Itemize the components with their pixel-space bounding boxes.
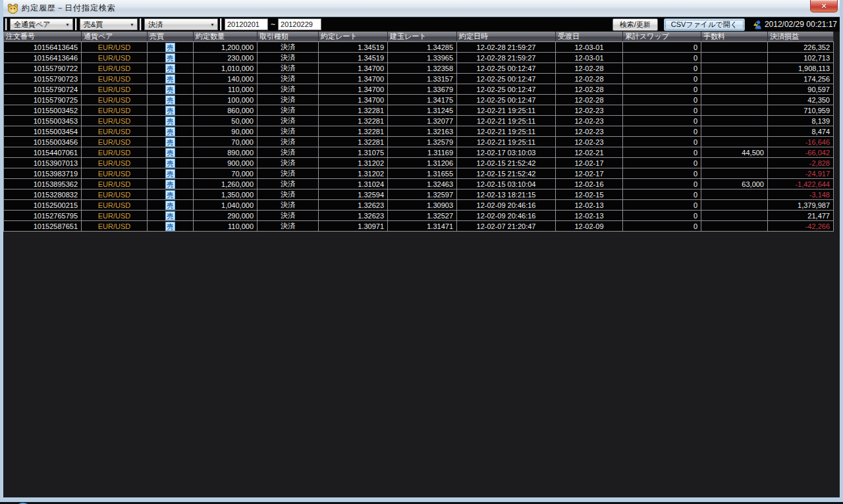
position-rate-cell: 1.31655 [388, 168, 457, 179]
column-header[interactable]: 受渡日 [556, 32, 623, 42]
table-row[interactable]: 10152500215EUR/USD売1,040,000決済1.326231.3… [4, 200, 834, 211]
table-row[interactable]: 10153280832EUR/USD売1,350,000決済1.325941.3… [4, 189, 834, 200]
pl-cell: 90,597 [768, 84, 834, 95]
trade-type-cell: 決済 [258, 168, 319, 179]
column-header[interactable]: 建玉レート [388, 32, 457, 42]
quantity-cell: 1,010,000 [194, 63, 258, 74]
sell-badge[interactable]: 売 [165, 138, 175, 147]
sell-badge[interactable]: 売 [165, 127, 175, 136]
fee-cell [701, 158, 768, 168]
pl-cell: 174,256 [768, 74, 834, 84]
currency-pair-cell: EUR/USD [82, 147, 148, 158]
fee-cell [701, 168, 768, 179]
column-header[interactable]: 手数料 [701, 32, 768, 42]
swap-cell: 0 [623, 158, 701, 168]
table-row[interactable]: 10156413646EUR/USD売230,000決済1.345191.339… [4, 53, 834, 63]
table-row[interactable]: 10153907013EUR/USD売900,000決済1.312021.312… [4, 158, 834, 168]
table-row[interactable]: 10152587651EUR/USD売110,000決済1.309711.314… [4, 221, 834, 232]
table-row[interactable]: 10155790725EUR/USD売100,000決済1.347001.341… [4, 95, 834, 105]
search-refresh-button[interactable]: 検索/更新 [612, 18, 658, 31]
app-window: 約定履歴－日付指定検索 ✕ 全通貨ペア ▼ 売&買 ▼ 決済 ▼ ~ 検索/更新… [0, 0, 843, 502]
trade-type-filter-dropdown[interactable]: 決済 ▼ [144, 18, 218, 30]
currency-pair-filter-dropdown[interactable]: 全通貨ペア ▼ [10, 18, 73, 30]
side-filter-dropdown[interactable]: 売&買 ▼ [80, 18, 138, 30]
table-row[interactable]: 10155003454EUR/USD売90,000決済1.322811.3216… [4, 126, 834, 137]
currency-pair-cell: EUR/USD [82, 211, 148, 221]
table-row[interactable]: 10155790724EUR/USD売110,000決済1.347001.336… [4, 84, 834, 95]
toolbar: 全通貨ペア ▼ 売&買 ▼ 決済 ▼ ~ 検索/更新 CSVファイルで開く 20… [3, 17, 840, 32]
table-row[interactable]: 10156413645EUR/USD売1,200,000決済1.345191.3… [4, 42, 834, 53]
table-row[interactable]: 10152765795EUR/USD売290,000決済1.326231.325… [4, 211, 834, 221]
table-row[interactable]: 10155790723EUR/USD売140,000決済1.347001.331… [4, 74, 834, 84]
side-cell: 売 [148, 95, 194, 105]
exec-datetime-cell: 12-02-09 20:46:16 [457, 200, 556, 211]
exec-rate-cell: 1.32281 [319, 116, 388, 126]
sell-badge[interactable]: 売 [165, 106, 175, 115]
table-row[interactable]: 10154407061EUR/USD売890,000決済1.310751.311… [4, 147, 834, 158]
quantity-cell: 70,000 [194, 168, 258, 179]
column-header[interactable]: 約定日時 [457, 32, 556, 42]
column-header[interactable]: 約定数量 [194, 32, 258, 42]
toolbar-gripper [5, 18, 7, 30]
sell-badge[interactable]: 売 [165, 95, 175, 105]
app-icon [7, 3, 18, 14]
currency-pair-cell: EUR/USD [82, 63, 148, 74]
order-number-cell: 10153895362 [4, 179, 82, 189]
close-button[interactable]: ✕ [810, 0, 838, 13]
pl-cell: -42,266 [768, 221, 834, 232]
pl-cell: -16,646 [768, 137, 834, 147]
table-row[interactable]: 10155003456EUR/USD売70,000決済1.322811.3257… [4, 137, 834, 147]
table-row[interactable]: 10155790722EUR/USD売1,010,000決済1.347001.3… [4, 63, 834, 74]
exec-rate-cell: 1.32623 [319, 211, 388, 221]
date-to-input[interactable] [278, 18, 321, 30]
table-row[interactable]: 10155003453EUR/USD売50,000決済1.322811.3207… [4, 116, 834, 126]
sell-badge[interactable]: 売 [165, 159, 175, 168]
delivery-date-cell: 12-02-17 [556, 168, 623, 179]
sell-badge[interactable]: 売 [165, 222, 175, 231]
order-number-cell: 10153983719 [4, 168, 82, 179]
pl-cell: -1,422,644 [768, 179, 834, 189]
sell-badge[interactable]: 売 [165, 116, 175, 126]
table-row[interactable]: 10155003452EUR/USD売860,000決済1.322811.312… [4, 105, 834, 116]
column-header[interactable]: 売買 [148, 32, 194, 42]
exec-datetime-cell: 12-02-28 21:59:27 [457, 42, 556, 53]
sell-badge[interactable]: 売 [165, 53, 175, 63]
position-rate-cell: 1.33965 [388, 53, 457, 63]
position-rate-cell: 1.33157 [388, 74, 457, 84]
exec-datetime-cell: 12-02-21 19:25:11 [457, 105, 556, 116]
sell-badge[interactable]: 売 [165, 201, 175, 210]
open-csv-button[interactable]: CSVファイルで開く [664, 18, 745, 31]
exec-rate-cell: 1.31202 [319, 158, 388, 168]
currency-pair-cell: EUR/USD [82, 84, 148, 95]
column-header[interactable]: 取引種類 [258, 32, 319, 42]
exec-datetime-cell: 12-02-21 19:25:11 [457, 137, 556, 147]
sell-badge[interactable]: 売 [165, 74, 175, 84]
side-filter-value: 売&買 [84, 20, 103, 30]
date-from-input[interactable] [225, 18, 268, 30]
table-row[interactable]: 10153983719EUR/USD売70,000決済1.312021.3165… [4, 168, 834, 179]
column-header[interactable]: 累計スワップ [623, 32, 701, 42]
exec-datetime-cell: 12-02-15 21:52:42 [457, 158, 556, 168]
sell-badge[interactable]: 売 [165, 169, 175, 178]
table-row[interactable]: 10153895362EUR/USD売1,260,000決済1.310241.3… [4, 179, 834, 189]
sell-badge[interactable]: 売 [165, 85, 175, 94]
sell-badge[interactable]: 売 [165, 190, 175, 199]
date-range-separator: ~ [271, 20, 275, 29]
currency-pair-cell: EUR/USD [82, 168, 148, 179]
sell-badge[interactable]: 売 [165, 148, 175, 157]
sell-badge[interactable]: 売 [165, 43, 175, 52]
delivery-date-cell: 12-02-13 [556, 211, 623, 221]
column-header[interactable]: 決済損益 [768, 32, 834, 42]
swap-cell: 0 [623, 168, 701, 179]
sell-badge[interactable]: 売 [165, 64, 175, 73]
sell-badge[interactable]: 売 [165, 180, 175, 189]
trade-type-cell: 決済 [258, 189, 319, 200]
side-cell: 売 [148, 179, 194, 189]
column-header[interactable]: 約定レート [319, 32, 388, 42]
column-header[interactable]: 注文番号 [4, 32, 82, 42]
order-number-cell: 10155003452 [4, 105, 82, 116]
column-header[interactable]: 通貨ペア [82, 32, 148, 42]
quantity-cell: 890,000 [194, 147, 258, 158]
sell-badge[interactable]: 売 [165, 211, 175, 220]
position-rate-cell: 1.32463 [388, 179, 457, 189]
